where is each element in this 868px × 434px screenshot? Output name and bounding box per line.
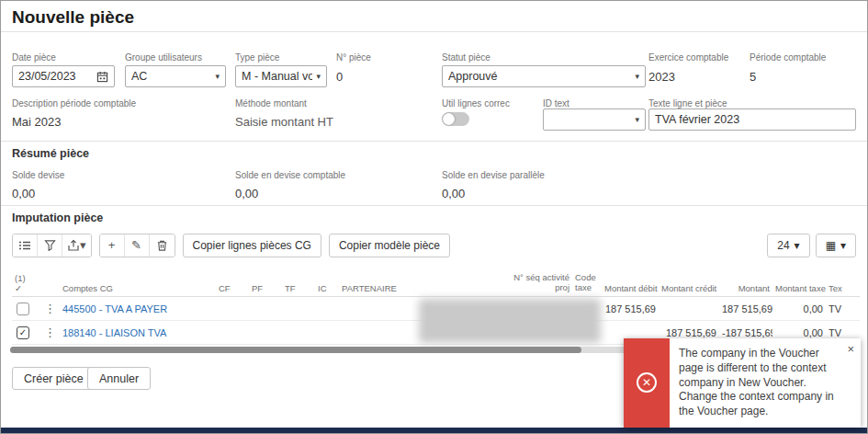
list-icon	[18, 239, 31, 252]
cell-montant-credit: 187 515,69	[659, 327, 719, 338]
view-options-button[interactable]	[13, 234, 38, 257]
col-header-montant-debit: Montant débit	[602, 283, 659, 293]
methode-montant-value: Saisie montant HT	[235, 115, 333, 129]
type-piece-select[interactable]: M - Manual vo... ▾	[235, 65, 327, 87]
col-header-montant: Montant	[719, 283, 772, 293]
cell-montant: -187 515,69	[719, 327, 772, 338]
error-toast: ✕ × The company in the Voucher page is d…	[624, 338, 861, 428]
page-title: Nouvelle pièce	[12, 7, 134, 28]
row-select-cell	[12, 303, 38, 315]
statut-piece-label: Statut pièce	[442, 52, 490, 63]
col-header-seq-activite: N° séq activité proj	[499, 273, 572, 293]
col-header-code-taxe: Code taxe	[572, 273, 602, 293]
row-checkbox[interactable]: ✓	[17, 326, 29, 339]
error-icon-panel: ✕	[624, 338, 670, 428]
trash-icon	[156, 239, 168, 252]
account-link[interactable]: 445500 - TVA A PAYER	[62, 303, 167, 314]
row-menu-cell: ⋮	[38, 326, 60, 339]
solde-devise-comptable-label: Solde en devise comptable	[235, 170, 345, 180]
divider	[1, 141, 867, 142]
new-voucher-page: Nouvelle pièce Date pièce 23/05/2023 Gro…	[0, 0, 868, 434]
toggle-knob	[443, 113, 455, 125]
groupe-utilisateurs-label: Groupe utilisateurs	[125, 52, 202, 63]
toast-body: × The company in the Voucher page is dif…	[670, 338, 861, 428]
col-header-partenaire: PARTENAIRE	[339, 283, 499, 293]
chevron-down-icon: ▾	[316, 72, 321, 81]
resume-section-title: Résumé pièce	[12, 147, 89, 160]
kebab-icon[interactable]: ⋮	[40, 302, 60, 315]
add-line-button[interactable]: +	[100, 234, 125, 257]
row-select-cell: ✓	[12, 326, 38, 339]
copy-voucher-template-button[interactable]: Copier modèle pièce	[329, 234, 450, 257]
chevron-down-icon: ▾	[840, 239, 846, 252]
create-voucher-button[interactable]: Créer pièce	[12, 367, 96, 390]
row-checkbox[interactable]	[17, 303, 29, 315]
no-piece-value: 0	[336, 70, 343, 84]
date-piece-input[interactable]: 23/05/2023	[12, 65, 115, 87]
chevron-down-icon: ▾	[80, 238, 86, 252]
export-button[interactable]: ▾	[62, 234, 91, 257]
view-icon-group: ▾	[12, 234, 92, 257]
filter-button[interactable]	[38, 234, 62, 257]
kebab-icon[interactable]: ⋮	[40, 326, 60, 339]
copy-cg-lines-button[interactable]: Copier lignes pièces CG	[183, 234, 321, 257]
col-header-montant-taxe: Montant taxe	[772, 283, 826, 293]
calendar-icon[interactable]	[96, 71, 108, 83]
col-header-comptes: Comptes CG	[60, 283, 216, 293]
util-lignes-correc-toggle[interactable]	[442, 112, 469, 126]
page-size-select[interactable]: 24 ▾	[767, 234, 809, 257]
col-header-cf: CF	[216, 283, 249, 293]
col-header-montant-credit: Montant crédit	[659, 283, 719, 293]
solde-devise-comptable-value: 0,00	[235, 187, 258, 200]
close-icon[interactable]: ×	[847, 341, 854, 357]
description-periode-value: Mai 2023	[12, 115, 61, 129]
chevron-down-icon: ▾	[795, 239, 800, 252]
statut-piece-value: Approuvé	[448, 70, 631, 83]
check-icon: ✓	[15, 284, 35, 293]
edit-icon-group: + ✎	[99, 234, 175, 257]
edit-line-button[interactable]: ✎	[125, 234, 150, 257]
account-link[interactable]: 188140 - LIAISON TVA	[62, 327, 166, 338]
scrollbar-thumb[interactable]	[10, 347, 581, 353]
cell-montant-debit: 187 515,69	[602, 303, 659, 314]
date-piece-value: 23/05/2023	[18, 70, 96, 83]
col-header-ic: IC	[315, 283, 339, 293]
statut-piece-select[interactable]: Approuvé ▾	[442, 65, 646, 87]
no-piece-label: N° pièce	[336, 52, 371, 63]
cell-montant-taxe: 0,00	[772, 303, 826, 314]
imputation-section-title: Imputation pièce	[12, 211, 103, 224]
plus-icon: +	[108, 238, 116, 252]
chevron-down-icon: ▾	[215, 72, 220, 81]
col-header-tf: TF	[282, 283, 315, 293]
select-all-header[interactable]: (1) ✓	[12, 274, 38, 293]
cell-tex: TV	[826, 303, 860, 314]
periode-comptable-label: Période comptable	[750, 52, 826, 63]
solde-devise-label: Solde devise	[12, 170, 64, 180]
table-header-row: (1) ✓ Comptes CG CF PF TF IC PARTENAIRE …	[12, 266, 860, 297]
row-menu-cell: ⋮	[38, 302, 60, 315]
column-settings-button[interactable]: ▦ ▾	[816, 234, 856, 257]
solde-devise-parallele-value: 0,00	[442, 187, 465, 200]
exercice-comptable-label: Exercice comptable	[648, 52, 728, 63]
select-count-label: (1)	[15, 274, 35, 283]
groupe-utilisateurs-select[interactable]: AC ▾	[125, 65, 226, 87]
id-text-select[interactable]: ▾	[543, 108, 646, 131]
chevron-down-icon: ▾	[635, 115, 639, 124]
imputation-toolbar: ▾ + ✎ Copier lignes pièces CG Copier mod…	[12, 233, 856, 257]
description-periode-label: Description période comptable	[12, 98, 136, 108]
id-text-label: ID text	[543, 98, 569, 108]
delete-line-button[interactable]	[150, 234, 175, 257]
pencil-icon: ✎	[131, 238, 141, 252]
exercice-comptable-value: 2023	[648, 70, 675, 84]
type-piece-value: M - Manual vo...	[242, 70, 312, 83]
chevron-down-icon: ▾	[635, 72, 639, 81]
texte-ligne-piece-label: Texte ligne et pièce	[648, 98, 727, 108]
cancel-button[interactable]: Annuler	[87, 367, 151, 390]
texte-ligne-piece-input[interactable]	[648, 108, 856, 131]
bottom-bar	[1, 428, 867, 433]
date-piece-label: Date pièce	[12, 52, 56, 63]
divider	[1, 205, 867, 206]
col-header-pf: PF	[249, 283, 282, 293]
solde-devise-value: 0,00	[12, 187, 35, 200]
periode-comptable-value: 5	[750, 70, 756, 84]
